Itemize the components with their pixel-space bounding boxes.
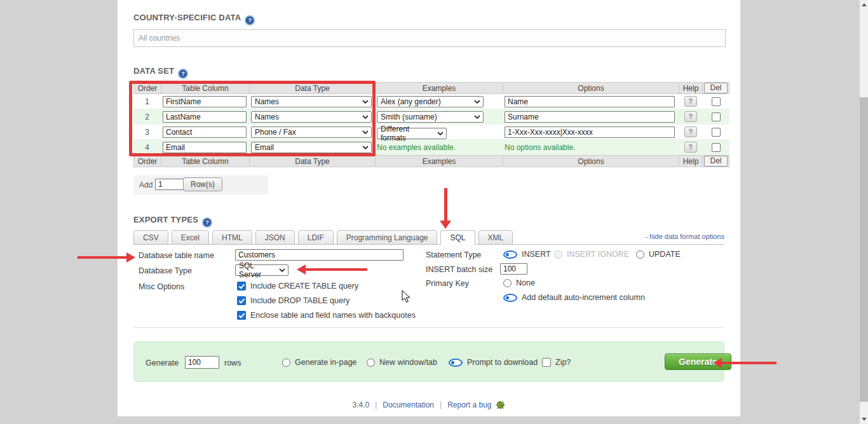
prompt-download-radio[interactable] <box>449 359 463 367</box>
generate-rows-input[interactable] <box>185 356 219 369</box>
pk-autoincrement-radio[interactable] <box>503 294 517 302</box>
table-column-input[interactable] <box>163 127 247 138</box>
generate-in-page-radio[interactable] <box>282 359 290 367</box>
add-rows-control: Add Row(s) <box>133 175 268 195</box>
insert-batch-size-input[interactable] <box>500 263 527 275</box>
country-input[interactable] <box>133 29 726 47</box>
options-input[interactable] <box>505 96 675 107</box>
col-footer-help: Help <box>679 155 702 167</box>
row-help-button[interactable]: ? <box>684 111 697 122</box>
table-column-input[interactable] <box>163 96 247 107</box>
chevron-down-icon <box>279 268 285 272</box>
row-delete-checkbox[interactable] <box>712 113 721 121</box>
data-type-select[interactable]: Names <box>251 96 372 107</box>
tab-csv[interactable]: CSV <box>133 230 168 245</box>
update-radio[interactable] <box>636 250 644 259</box>
data-type-select[interactable]: Email <box>251 142 372 153</box>
tab-ldif[interactable]: LDIF <box>298 230 334 245</box>
data-type-value: Phone / Fax <box>255 128 296 137</box>
examples-select[interactable]: Different formats <box>377 128 447 139</box>
data-type-select[interactable]: Names <box>251 111 372 123</box>
table-row: 2 Names Smith (surname) ? <box>133 109 729 125</box>
generate-bar: Generate rows Generate in-page New windo… <box>133 341 724 382</box>
chevron-down-icon <box>362 146 369 149</box>
examples-select[interactable]: Alex (any gender) <box>377 96 484 107</box>
row-delete-checkbox[interactable] <box>712 97 721 106</box>
report-bug-link[interactable]: Report a bug <box>447 400 491 409</box>
row-order: 1 <box>133 94 161 109</box>
col-footer-table-column: Table Column <box>161 155 249 167</box>
options-input[interactable] <box>505 127 675 138</box>
tab-sql[interactable]: SQL <box>440 230 475 245</box>
generate-rows-label: Generate <box>146 359 179 367</box>
create-table-label: Include CREATE TABLE query <box>250 282 358 291</box>
table-footer-header-row: Order Table Column Data Type Examples Op… <box>133 155 729 167</box>
row-help-button[interactable]: ? <box>684 142 697 153</box>
col-footer-data-type: Data Type <box>249 155 375 167</box>
version-label: 3.4.0 <box>352 400 369 409</box>
generate-button[interactable]: Generate <box>665 353 731 370</box>
statement-type-label: Statement Type <box>426 250 481 259</box>
table-column-input[interactable] <box>163 142 247 153</box>
drop-table-label: Include DROP TABLE query <box>250 296 349 305</box>
tab-programming-language[interactable]: Programming Language <box>337 230 438 245</box>
chevron-down-icon <box>474 115 480 119</box>
row-order: 4 <box>133 140 161 155</box>
db-type-select[interactable]: SQL Server <box>235 264 288 276</box>
add-rows-count-input[interactable] <box>155 179 184 190</box>
delete-all-button[interactable]: Del <box>704 83 727 93</box>
backquotes-checkbox[interactable] <box>237 311 246 320</box>
data-type-select[interactable]: Phone / Fax <box>251 127 372 138</box>
row-order: 3 <box>133 125 161 140</box>
update-label: UPDATE <box>649 250 681 259</box>
data-type-value: Names <box>255 97 279 106</box>
pk-none-radio[interactable] <box>503 279 512 287</box>
tab-json[interactable]: JSON <box>255 230 295 245</box>
add-rows-button[interactable]: Row(s) <box>183 177 222 191</box>
bug-icon <box>495 400 506 410</box>
tab-excel[interactable]: Excel <box>172 230 209 245</box>
col-header-help: Help <box>679 82 702 94</box>
col-header-order: Order <box>133 82 161 94</box>
examples-select[interactable]: Smith (surname) <box>377 111 484 123</box>
chevron-down-icon <box>362 100 369 104</box>
export-tab-bar: CSV Excel HTML JSON LDIF Programming Lan… <box>133 229 724 245</box>
pk-autoincrement-option: Add default auto-increment column <box>503 293 645 302</box>
scrollbar-thumb[interactable] <box>860 97 868 402</box>
content-card: COUNTRY-SPECIFIC DATA? DATA SET? Order T… <box>118 0 740 416</box>
create-table-checkbox[interactable] <box>237 282 246 291</box>
scroll-up-arrow-icon[interactable] <box>862 3 867 6</box>
misc-options-label: Misc Options <box>139 282 184 291</box>
scroll-down-arrow-icon[interactable] <box>862 418 867 421</box>
options-input[interactable] <box>505 111 675 123</box>
rows-unit-label: rows <box>224 359 241 367</box>
zip-checkbox[interactable] <box>542 358 551 367</box>
export-types-heading-label: EXPORT TYPES <box>133 215 198 224</box>
data-set-help-icon[interactable]: ? <box>178 69 188 79</box>
data-type-value: Email <box>255 143 274 152</box>
db-table-name-input[interactable] <box>235 249 403 261</box>
chevron-down-icon <box>362 130 369 134</box>
row-help-button[interactable]: ? <box>684 96 697 107</box>
country-help-icon[interactable]: ? <box>245 15 255 25</box>
delete-all-button[interactable]: Del <box>704 156 727 167</box>
col-header-table-column: Table Column <box>161 82 249 94</box>
tab-xml[interactable]: XML <box>478 230 513 245</box>
table-column-input[interactable] <box>163 111 247 123</box>
insert-batch-size-label: INSERT batch size <box>426 265 492 274</box>
col-header-del: Del <box>702 82 729 94</box>
export-types-heading: EXPORT TYPES? <box>133 215 212 228</box>
export-types-help-icon[interactable]: ? <box>202 217 212 228</box>
examples-value: Different formats <box>381 125 433 142</box>
documentation-link[interactable]: Documentation <box>383 400 434 409</box>
insert-ignore-label: INSERT IGNORE <box>567 250 629 259</box>
scrollbar[interactable] <box>860 0 868 424</box>
row-delete-checkbox[interactable] <box>712 143 721 152</box>
new-window-radio[interactable] <box>367 359 375 367</box>
drop-table-checkbox[interactable] <box>237 296 246 305</box>
row-help-button[interactable]: ? <box>684 127 697 137</box>
tab-html[interactable]: HTML <box>212 230 252 245</box>
insert-radio[interactable] <box>503 250 517 259</box>
row-delete-checkbox[interactable] <box>712 128 721 137</box>
page: COUNTRY-SPECIFIC DATA? DATA SET? Order T… <box>0 0 868 424</box>
